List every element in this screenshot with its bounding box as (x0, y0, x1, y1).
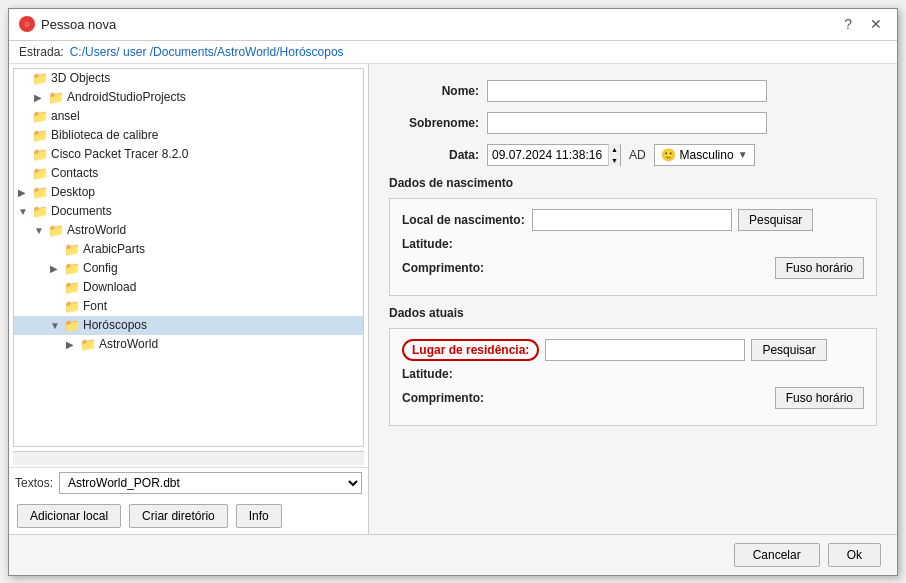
spin-up-button[interactable]: ▲ (609, 144, 620, 155)
tree-item[interactable]: ▼📁Horóscopos (14, 316, 363, 335)
tree-item[interactable]: ▼📁AstroWorld (14, 221, 363, 240)
tree-item-label: Documents (51, 204, 112, 218)
current-local-row: Lugar de residência: Pesquisar (402, 339, 864, 361)
birth-latitude-label: Latitude: (402, 237, 532, 251)
current-comprimento-row: Comprimento: Fuso horário (402, 387, 864, 409)
nome-label: Nome: (389, 84, 479, 98)
left-panel: 📁3D Objects▶📁AndroidStudioProjects📁ansel… (9, 64, 369, 534)
birth-pesquisar-button[interactable]: Pesquisar (738, 209, 813, 231)
date-input-wrap: ▲ ▼ (487, 144, 621, 166)
folder-icon: 📁 (64, 242, 80, 257)
tree-item-label: ArabicParts (83, 242, 145, 256)
textos-select[interactable]: AstroWorld_POR.dbt (59, 472, 362, 494)
current-section-title: Dados atuais (389, 306, 877, 320)
main-content: 📁3D Objects▶📁AndroidStudioProjects📁ansel… (9, 64, 897, 534)
info-button[interactable]: Info (236, 504, 282, 528)
tree-item-label: Font (83, 299, 107, 313)
birth-comprimento-row: Comprimento: Fuso horário (402, 257, 864, 279)
birth-local-row: Local de nascimento: Pesquisar (402, 209, 864, 231)
tree-arrow-icon: ▶ (34, 92, 48, 103)
folder-icon: 📁 (64, 318, 80, 333)
tree-item[interactable]: 📁3D Objects (14, 69, 363, 88)
tree-arrow-icon: ▶ (18, 187, 32, 198)
folder-icon: 📁 (80, 337, 96, 352)
tree-arrow-icon: ▶ (50, 263, 64, 274)
add-local-button[interactable]: Adicionar local (17, 504, 121, 528)
tree-item[interactable]: ▼📁Documents (14, 202, 363, 221)
birth-local-label: Local de nascimento: (402, 213, 532, 227)
birth-comprimento-label: Comprimento: (402, 261, 532, 275)
current-pesquisar-button[interactable]: Pesquisar (751, 339, 826, 361)
tree-item[interactable]: 📁Biblioteca de calibre (14, 126, 363, 145)
textos-label: Textos: (15, 476, 53, 490)
tree-item-label: AstroWorld (67, 223, 126, 237)
title-bar-right: ? ✕ (839, 14, 887, 34)
birth-fuso-button[interactable]: Fuso horário (775, 257, 864, 279)
current-latitude-row: Latitude: (402, 367, 864, 381)
help-button[interactable]: ? (839, 14, 857, 34)
date-input[interactable] (488, 145, 608, 165)
current-local-input[interactable] (545, 339, 745, 361)
folder-icon: 📁 (64, 299, 80, 314)
nome-row: Nome: (389, 80, 877, 102)
tree-item-label: Desktop (51, 185, 95, 199)
dialog-footer: Cancelar Ok (9, 534, 897, 575)
textos-bar: Textos: AstroWorld_POR.dbt (9, 467, 368, 498)
folder-icon: 📁 (32, 109, 48, 124)
tree-item[interactable]: 📁Font (14, 297, 363, 316)
nome-input[interactable] (487, 80, 767, 102)
path-value: C:/Users/ user /Documents/AstroWorld/Hor… (70, 45, 344, 59)
path-label: Estrada: (19, 45, 64, 59)
current-comprimento-label: Comprimento: (402, 391, 532, 405)
create-dir-button[interactable]: Criar diretório (129, 504, 228, 528)
folder-icon: 📁 (48, 90, 64, 105)
dialog-title: Pessoa nova (41, 17, 116, 32)
app-icon: ○ (19, 16, 35, 32)
sobrenome-input[interactable] (487, 112, 767, 134)
spin-down-button[interactable]: ▼ (609, 155, 620, 166)
tree-arrow-icon: ▼ (18, 206, 32, 217)
tree-item[interactable]: 📁ansel (14, 107, 363, 126)
bottom-buttons: Adicionar local Criar diretório Info (9, 498, 368, 534)
tree-item[interactable]: 📁ArabicParts (14, 240, 363, 259)
tree-item-label: Horóscopos (83, 318, 147, 332)
right-panel: Nome: Sobrenome: Data: ▲ ▼ AD (369, 64, 897, 534)
current-section-box: Lugar de residência: Pesquisar Latitude:… (389, 328, 877, 426)
tree-item[interactable]: ▶📁Config (14, 259, 363, 278)
tree-arrow-icon: ▼ (34, 225, 48, 236)
title-bar-left: ○ Pessoa nova (19, 16, 116, 32)
tree-item[interactable]: 📁Cisco Packet Tracer 8.2.0 (14, 145, 363, 164)
ok-button[interactable]: Ok (828, 543, 881, 567)
dialog: ○ Pessoa nova ? ✕ Estrada: C:/Users/ use… (8, 8, 898, 576)
tree-item-label: Biblioteca de calibre (51, 128, 158, 142)
sobrenome-label: Sobrenome: (389, 116, 479, 130)
tree-item-label: AstroWorld (99, 337, 158, 351)
tree-item-label: Contacts (51, 166, 98, 180)
tree-item-label: Cisco Packet Tracer 8.2.0 (51, 147, 188, 161)
birth-section-title: Dados de nascimento (389, 176, 877, 190)
tree-item[interactable]: 📁Contacts (14, 164, 363, 183)
folder-icon: 📁 (48, 223, 64, 238)
folder-icon: 📁 (64, 280, 80, 295)
ad-label: AD (629, 148, 646, 162)
horizontal-scrollbar[interactable] (13, 451, 364, 465)
tree-item[interactable]: ▶📁AstroWorld (14, 335, 363, 354)
tree-item-label: AndroidStudioProjects (67, 90, 186, 104)
folder-icon: 📁 (32, 147, 48, 162)
birth-local-input[interactable] (532, 209, 732, 231)
current-fuso-button[interactable]: Fuso horário (775, 387, 864, 409)
tree-arrow-icon: ▶ (66, 339, 80, 350)
folder-icon: 📁 (32, 128, 48, 143)
title-bar: ○ Pessoa nova ? ✕ (9, 9, 897, 41)
tree-item-label: Download (83, 280, 136, 294)
folder-icon: 📁 (32, 204, 48, 219)
tree-item[interactable]: ▶📁Desktop (14, 183, 363, 202)
gender-icon: 🙂 (661, 148, 676, 162)
tree-item[interactable]: 📁Download (14, 278, 363, 297)
cancel-button[interactable]: Cancelar (734, 543, 820, 567)
tree-item[interactable]: ▶📁AndroidStudioProjects (14, 88, 363, 107)
close-button[interactable]: ✕ (865, 14, 887, 34)
file-tree[interactable]: 📁3D Objects▶📁AndroidStudioProjects📁ansel… (13, 68, 364, 447)
folder-icon: 📁 (32, 71, 48, 86)
gender-select[interactable]: 🙂 Masculino ▼ (654, 144, 755, 166)
